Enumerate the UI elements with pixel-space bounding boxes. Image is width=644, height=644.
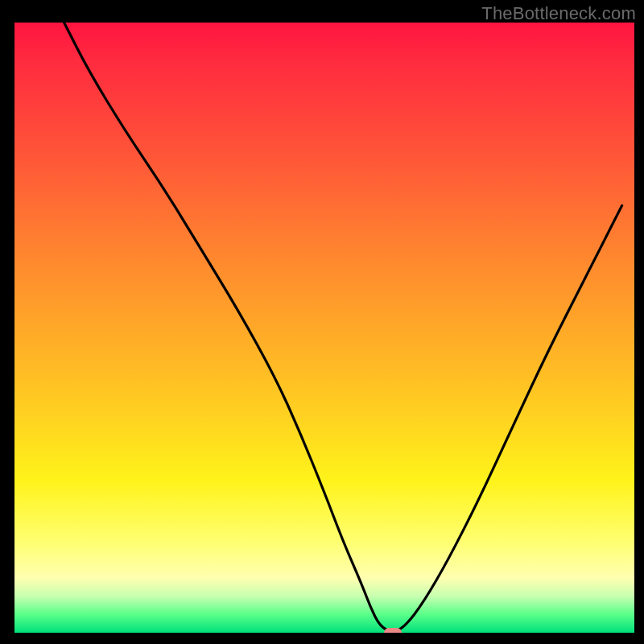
bottleneck-curve xyxy=(14,23,634,633)
chart-frame: TheBottleneck.com xyxy=(0,0,644,644)
watermark-text: TheBottleneck.com xyxy=(481,3,636,24)
plot-area xyxy=(14,23,634,633)
optimal-point-marker xyxy=(384,628,402,633)
